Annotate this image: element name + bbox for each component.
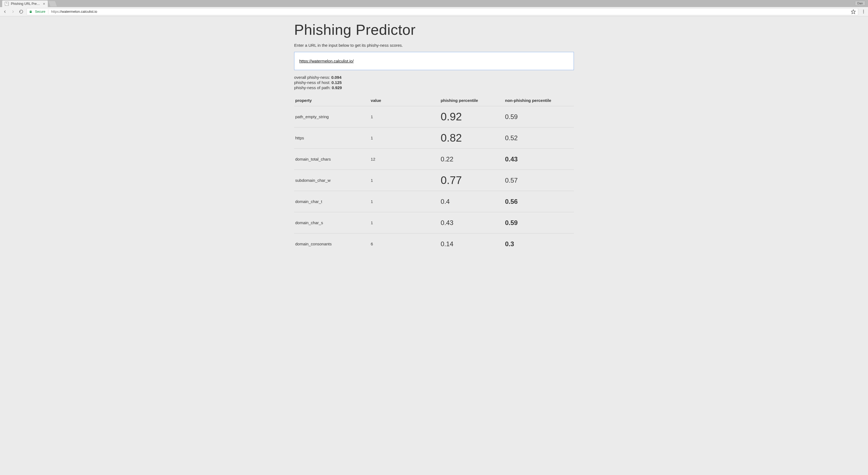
table-row: https10.820.52 — [294, 127, 574, 149]
close-icon[interactable]: × — [43, 2, 45, 6]
cell-value: 12 — [370, 149, 440, 170]
browser-tab[interactable]: Phishing URL Predic × — [2, 1, 48, 7]
page-title: Phishing Predictor — [294, 21, 574, 38]
header-phishing-percentile: phishing percentile — [440, 95, 504, 106]
url-text: https://watermelon.calculist.io — [51, 9, 97, 13]
url-host: ://watermelon.calculist.io — [59, 9, 97, 13]
header-property: property — [294, 95, 370, 106]
cell-property: subdomain_char_w — [294, 170, 370, 191]
cell-value: 1 — [370, 106, 440, 127]
cell-value: 1 — [370, 212, 440, 233]
cell-non-phishing-percentile: 0.56 — [504, 191, 574, 212]
path-score-value: 0.929 — [332, 85, 342, 90]
tab-title: Phishing URL Predic — [11, 2, 41, 6]
cell-non-phishing-percentile: 0.59 — [504, 106, 574, 127]
cell-property: domain_consonants — [294, 233, 370, 255]
cell-phishing-percentile: 0.22 — [440, 149, 504, 170]
features-table: property value phishing percentile non-p… — [294, 95, 574, 255]
instructions-text: Enter a URL in the input below to get it… — [294, 43, 574, 48]
table-header-row: property value phishing percentile non-p… — [294, 95, 574, 106]
cell-property: domain_char_t — [294, 191, 370, 212]
page-icon — [5, 2, 9, 6]
host-score-label: phishy-ness of host: — [294, 80, 332, 85]
overall-score-label: overall phishy-ness: — [294, 75, 331, 80]
lock-icon — [29, 10, 32, 13]
cell-value: 1 — [370, 170, 440, 191]
table-row: subdomain_char_w10.770.57 — [294, 170, 574, 191]
cell-property: domain_total_chars — [294, 149, 370, 170]
cell-phishing-percentile: 0.77 — [440, 170, 504, 191]
page-content: Phishing Predictor Enter a URL in the in… — [294, 16, 574, 271]
cell-non-phishing-percentile: 0.3 — [504, 233, 574, 255]
table-row: domain_char_t10.40.56 — [294, 191, 574, 212]
cell-value: 6 — [370, 233, 440, 255]
browser-menu-button[interactable] — [861, 9, 866, 14]
cell-phishing-percentile: 0.92 — [440, 106, 504, 127]
cell-value: 1 — [370, 127, 440, 149]
cell-phishing-percentile: 0.14 — [440, 233, 504, 255]
address-bar[interactable]: Secure https://watermelon.calculist.io — [27, 8, 858, 15]
cell-property: domain_char_s — [294, 212, 370, 233]
browser-tab-strip: Phishing URL Predic × Dan — [0, 0, 868, 7]
secure-label: Secure — [35, 10, 45, 13]
reload-button[interactable] — [19, 9, 24, 14]
cell-phishing-percentile: 0.82 — [440, 127, 504, 149]
svg-marker-0 — [851, 9, 856, 13]
header-non-phishing-percentile: non-phishing percentile — [504, 95, 574, 106]
score-summary: overall phishy-ness: 0.094 phishy-ness o… — [294, 75, 574, 90]
forward-button[interactable] — [10, 9, 16, 14]
host-score-value: 0.125 — [332, 80, 342, 85]
cell-non-phishing-percentile: 0.59 — [504, 212, 574, 233]
cell-property: path_empty_string — [294, 106, 370, 127]
url-proto: https — [51, 9, 59, 13]
cell-non-phishing-percentile: 0.43 — [504, 149, 574, 170]
table-row: path_empty_string10.920.59 — [294, 106, 574, 127]
overall-score-value: 0.094 — [331, 75, 342, 80]
page-viewport[interactable]: Phishing Predictor Enter a URL in the in… — [0, 16, 868, 475]
cell-phishing-percentile: 0.4 — [440, 191, 504, 212]
url-input[interactable] — [294, 52, 574, 70]
cell-non-phishing-percentile: 0.52 — [504, 127, 574, 149]
path-score-label: phishy-ness of path: — [294, 85, 332, 90]
table-row: domain_consonants60.140.3 — [294, 233, 574, 255]
cell-value: 1 — [370, 191, 440, 212]
cell-non-phishing-percentile: 0.57 — [504, 170, 574, 191]
cell-phishing-percentile: 0.43 — [440, 212, 504, 233]
table-row: domain_total_chars120.220.43 — [294, 149, 574, 170]
header-value: value — [370, 95, 440, 106]
table-row: domain_char_s10.430.59 — [294, 212, 574, 233]
back-button[interactable] — [2, 9, 8, 14]
profile-chip[interactable]: Dan — [855, 1, 865, 6]
bookmark-icon[interactable] — [851, 9, 856, 14]
cell-property: https — [294, 127, 370, 149]
browser-toolbar: Secure https://watermelon.calculist.io — [0, 7, 868, 16]
new-tab-button[interactable] — [49, 1, 57, 6]
